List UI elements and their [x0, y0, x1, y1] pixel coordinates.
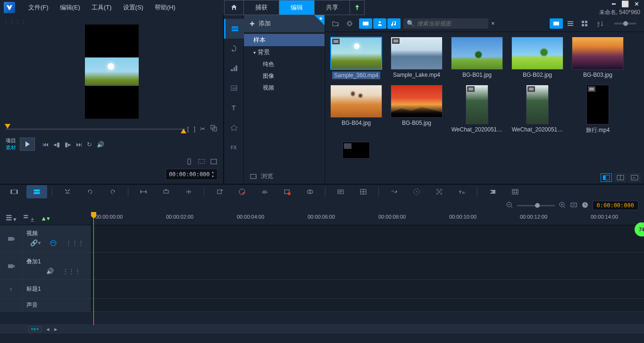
close-button[interactable]: ✕	[633, 0, 640, 8]
mark-in-icon[interactable]	[5, 124, 10, 129]
lib-graphic-icon[interactable]	[224, 118, 244, 138]
step-back-icon[interactable]: ◂▮	[53, 141, 60, 148]
mark-out-icon[interactable]	[181, 129, 186, 133]
library-item[interactable]: Sample_360.mp4	[330, 37, 383, 79]
tab-home[interactable]	[224, 0, 243, 15]
expand-icon[interactable]	[198, 158, 205, 167]
clock-icon[interactable]	[581, 201, 589, 210]
maximize-button[interactable]: ⬜	[621, 0, 629, 8]
clear-search-icon[interactable]: ×	[491, 20, 495, 27]
lib-transition-icon[interactable]	[224, 58, 244, 78]
undo-icon[interactable]	[80, 185, 100, 198]
lib-title-icon[interactable]: AB	[224, 78, 244, 98]
library-thumbnail[interactable]	[572, 37, 624, 70]
pin-icon[interactable]	[314, 15, 325, 25]
copy-icon[interactable]	[210, 124, 217, 133]
subtitle-icon[interactable]	[330, 185, 351, 198]
tab-edit[interactable]: 编辑	[279, 0, 314, 15]
lib-fx-icon[interactable]: FX	[224, 138, 244, 157]
library-item[interactable]: WeChat_2020051…	[511, 85, 564, 134]
step-fwd-icon[interactable]: ▮▸	[65, 141, 71, 148]
filter-video-icon[interactable]	[359, 18, 372, 29]
multicam-icon[interactable]	[505, 185, 526, 198]
library-item[interactable]: BG-B01.jpg	[451, 37, 503, 79]
timeline-ruler[interactable]: 00:00:00:0000:00:02:0000:00:04:0000:00:0…	[92, 212, 644, 225]
upload-button[interactable]	[350, 0, 365, 15]
library-item[interactable]: BG-B02.jpg	[511, 37, 564, 79]
fit-width-icon[interactable]	[133, 185, 154, 198]
ripple-icon[interactable]	[50, 239, 57, 248]
library-thumbnail[interactable]	[343, 142, 370, 159]
track-overlay-icon[interactable]	[0, 253, 23, 279]
menu-edit[interactable]: 编辑(E)	[54, 0, 86, 15]
bracket-in-icon[interactable]: [	[187, 125, 189, 132]
redo-icon[interactable]	[102, 185, 123, 198]
track-video-icon[interactable]	[0, 225, 23, 252]
panel-layout-1-icon[interactable]	[601, 173, 612, 182]
track-audio-icon[interactable]	[0, 299, 23, 311]
search-input[interactable]	[417, 20, 488, 27]
tree-video[interactable]: 视频	[244, 82, 325, 94]
clip-mode-label[interactable]: 素材	[6, 144, 16, 151]
library-thumbnail[interactable]	[330, 85, 382, 118]
lib-text-icon[interactable]: T	[224, 98, 244, 118]
library-add-button[interactable]: ✚ 添加	[244, 15, 325, 32]
tree-solid-color[interactable]: 纯色	[244, 58, 325, 70]
library-thumbnail[interactable]	[526, 85, 549, 124]
filter-image-icon[interactable]	[373, 18, 386, 29]
go-end-icon[interactable]: ⏭	[76, 141, 82, 148]
play-button[interactable]	[20, 138, 35, 151]
library-item[interactable]	[330, 140, 383, 159]
tools-icon[interactable]	[57, 185, 78, 198]
library-thumbnail[interactable]	[466, 85, 488, 124]
library-item[interactable]: BG-B05.jpg	[390, 85, 443, 134]
panel-grip[interactable]: ⋮⋮⋮⋮	[4, 19, 26, 24]
track-options-icon[interactable]: ▾	[6, 214, 17, 223]
track-title-icon[interactable]: ·T	[0, 280, 23, 298]
3d-title-icon[interactable]: T3D	[452, 185, 472, 198]
tree-background[interactable]: 背景	[244, 46, 325, 58]
library-thumbnail[interactable]	[330, 37, 382, 70]
library-item[interactable]: WeChat_2020051…	[451, 85, 503, 134]
fullscreen-icon[interactable]	[210, 158, 217, 167]
menu-settings[interactable]: 设置(S)	[117, 0, 149, 15]
zoom-slider[interactable]	[517, 205, 555, 206]
grid-snap-icon[interactable]: ⋮⋮⋮	[66, 239, 84, 248]
panel-edit-icon[interactable]	[629, 173, 640, 182]
tab-share[interactable]: 共享	[314, 0, 350, 15]
volume-icon[interactable]: 🔊	[97, 141, 104, 148]
library-thumbnail[interactable]	[391, 37, 443, 70]
menu-file[interactable]: 文件(F)	[23, 0, 54, 15]
add-track-button[interactable]: +≡+	[28, 326, 42, 332]
view-grid-icon[interactable]	[578, 18, 591, 29]
zoom-in-icon[interactable]	[559, 201, 566, 210]
insert-icon[interactable]	[156, 185, 176, 198]
library-item[interactable]: 旅行.mp4	[571, 85, 624, 134]
library-item[interactable]: BG-B03.jpg	[571, 37, 624, 79]
aperture-icon[interactable]	[343, 18, 356, 29]
playhead[interactable]	[93, 212, 94, 325]
tree-sample[interactable]: 样本	[244, 34, 325, 46]
library-thumbnail[interactable]	[391, 85, 443, 118]
filter-audio-icon[interactable]	[387, 18, 401, 29]
record-icon[interactable]	[277, 185, 298, 198]
device-icon[interactable]	[185, 158, 193, 167]
mute-icon[interactable]: 🔊	[46, 268, 54, 275]
stretch-icon[interactable]	[178, 185, 199, 198]
track-overlay-content[interactable]	[92, 253, 644, 279]
storyboard-view-icon[interactable]	[4, 185, 25, 198]
library-item[interactable]: Sample_Lake.mp4	[390, 37, 443, 79]
menu-help[interactable]: 帮助(H)	[149, 0, 181, 15]
track-title-content[interactable]	[92, 280, 644, 298]
lib-media-icon[interactable]	[224, 19, 244, 39]
link-icon[interactable]: 🔗▾	[30, 239, 41, 248]
go-start-icon[interactable]: ⏮	[42, 141, 49, 148]
split-icon[interactable]: ✂	[200, 125, 205, 132]
browse-button[interactable]: 浏览	[244, 169, 279, 184]
track-video-content[interactable]	[92, 225, 644, 252]
library-thumbnail[interactable]	[586, 85, 609, 124]
panel-layout-2-icon[interactable]	[615, 173, 626, 182]
preview-scrubber[interactable]	[6, 126, 185, 132]
library-search[interactable]: 🔍 ×	[403, 18, 488, 29]
audio-edit-icon[interactable]	[254, 185, 275, 198]
